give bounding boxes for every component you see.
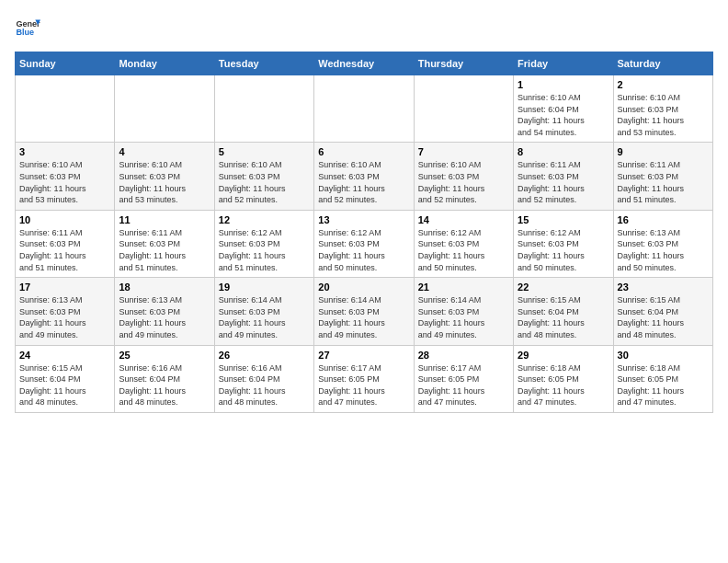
day-info: Sunrise: 6:15 AM Sunset: 6:04 PM Dayligh… [618,294,709,340]
calendar-week-row: 3Sunrise: 6:10 AM Sunset: 6:03 PM Daylig… [16,143,713,210]
day-number: 10 [19,214,110,225]
calendar-cell [414,75,513,143]
day-number: 7 [418,146,509,157]
day-info: Sunrise: 6:14 AM Sunset: 6:03 PM Dayligh… [318,294,409,340]
day-of-week-header: Wednesday [314,52,414,75]
day-info: Sunrise: 6:18 AM Sunset: 6:05 PM Dayligh… [618,362,709,408]
day-number: 17 [19,282,110,293]
day-of-week-header: Monday [115,52,214,75]
day-of-week-header: Friday [514,52,613,75]
day-info: Sunrise: 6:10 AM Sunset: 6:04 PM Dayligh… [518,92,609,138]
calendar-cell: 28Sunrise: 6:17 AM Sunset: 6:05 PM Dayli… [414,345,513,412]
day-number: 16 [618,214,709,225]
day-number: 5 [219,146,310,157]
calendar-cell: 14Sunrise: 6:12 AM Sunset: 6:03 PM Dayli… [414,210,513,277]
day-info: Sunrise: 6:11 AM Sunset: 6:03 PM Dayligh… [119,227,210,273]
day-info: Sunrise: 6:12 AM Sunset: 6:03 PM Dayligh… [418,227,509,273]
day-number: 21 [418,282,509,293]
calendar-table: SundayMondayTuesdayWednesdayThursdayFrid… [15,52,713,413]
calendar-cell: 6Sunrise: 6:10 AM Sunset: 6:03 PM Daylig… [314,143,414,210]
day-info: Sunrise: 6:12 AM Sunset: 6:03 PM Dayligh… [318,227,409,273]
day-number: 4 [119,146,210,157]
calendar-cell: 5Sunrise: 6:10 AM Sunset: 6:03 PM Daylig… [214,143,313,210]
day-info: Sunrise: 6:13 AM Sunset: 6:03 PM Dayligh… [618,227,709,273]
logo: General Blue [15,15,40,40]
calendar-cell: 10Sunrise: 6:11 AM Sunset: 6:03 PM Dayli… [16,210,115,277]
calendar-cell: 8Sunrise: 6:11 AM Sunset: 6:03 PM Daylig… [514,143,613,210]
day-info: Sunrise: 6:15 AM Sunset: 6:04 PM Dayligh… [19,362,110,408]
day-info: Sunrise: 6:18 AM Sunset: 6:05 PM Dayligh… [518,362,609,408]
day-info: Sunrise: 6:11 AM Sunset: 6:03 PM Dayligh… [19,227,110,273]
day-number: 13 [318,214,409,225]
calendar-cell: 22Sunrise: 6:15 AM Sunset: 6:04 PM Dayli… [514,278,613,345]
calendar-cell: 17Sunrise: 6:13 AM Sunset: 6:03 PM Dayli… [16,278,115,345]
calendar-cell: 13Sunrise: 6:12 AM Sunset: 6:03 PM Dayli… [314,210,414,277]
day-of-week-header: Saturday [613,52,712,75]
day-info: Sunrise: 6:16 AM Sunset: 6:04 PM Dayligh… [119,362,210,408]
day-of-week-header: Tuesday [214,52,313,75]
calendar-cell: 21Sunrise: 6:14 AM Sunset: 6:03 PM Dayli… [414,278,513,345]
calendar-cell: 2Sunrise: 6:10 AM Sunset: 6:03 PM Daylig… [613,75,712,143]
day-number: 6 [318,146,409,157]
day-number: 23 [618,282,709,293]
day-number: 26 [219,350,310,361]
day-info: Sunrise: 6:13 AM Sunset: 6:03 PM Dayligh… [119,294,210,340]
day-number: 2 [618,79,709,90]
day-number: 1 [518,79,609,90]
calendar-cell: 3Sunrise: 6:10 AM Sunset: 6:03 PM Daylig… [16,143,115,210]
day-info: Sunrise: 6:10 AM Sunset: 6:03 PM Dayligh… [219,159,310,205]
day-number: 15 [518,214,609,225]
svg-text:Blue: Blue [16,28,34,37]
calendar-week-row: 17Sunrise: 6:13 AM Sunset: 6:03 PM Dayli… [16,278,713,345]
calendar-week-row: 1Sunrise: 6:10 AM Sunset: 6:04 PM Daylig… [16,75,713,143]
calendar-cell [314,75,414,143]
day-of-week-header: Thursday [414,52,513,75]
day-info: Sunrise: 6:12 AM Sunset: 6:03 PM Dayligh… [219,227,310,273]
day-info: Sunrise: 6:10 AM Sunset: 6:03 PM Dayligh… [318,159,409,205]
day-info: Sunrise: 6:10 AM Sunset: 6:03 PM Dayligh… [19,159,110,205]
day-number: 8 [518,146,609,157]
day-number: 29 [518,350,609,361]
calendar-cell: 23Sunrise: 6:15 AM Sunset: 6:04 PM Dayli… [613,278,712,345]
calendar-cell: 26Sunrise: 6:16 AM Sunset: 6:04 PM Dayli… [214,345,313,412]
calendar-cell [16,75,115,143]
calendar-cell: 18Sunrise: 6:13 AM Sunset: 6:03 PM Dayli… [115,278,214,345]
day-number: 30 [618,350,709,361]
calendar-cell: 11Sunrise: 6:11 AM Sunset: 6:03 PM Dayli… [115,210,214,277]
calendar-cell: 12Sunrise: 6:12 AM Sunset: 6:03 PM Dayli… [214,210,313,277]
calendar-cell: 30Sunrise: 6:18 AM Sunset: 6:05 PM Dayli… [613,345,712,412]
calendar-cell: 9Sunrise: 6:11 AM Sunset: 6:03 PM Daylig… [613,143,712,210]
day-info: Sunrise: 6:11 AM Sunset: 6:03 PM Dayligh… [618,159,709,205]
day-info: Sunrise: 6:10 AM Sunset: 6:03 PM Dayligh… [618,92,709,138]
day-info: Sunrise: 6:17 AM Sunset: 6:05 PM Dayligh… [418,362,509,408]
page-header: General Blue [15,15,713,40]
day-info: Sunrise: 6:17 AM Sunset: 6:05 PM Dayligh… [318,362,409,408]
calendar-cell: 19Sunrise: 6:14 AM Sunset: 6:03 PM Dayli… [214,278,313,345]
calendar-cell: 7Sunrise: 6:10 AM Sunset: 6:03 PM Daylig… [414,143,513,210]
calendar-cell: 15Sunrise: 6:12 AM Sunset: 6:03 PM Dayli… [514,210,613,277]
calendar-cell: 29Sunrise: 6:18 AM Sunset: 6:05 PM Dayli… [514,345,613,412]
calendar-cell: 20Sunrise: 6:14 AM Sunset: 6:03 PM Dayli… [314,278,414,345]
day-info: Sunrise: 6:12 AM Sunset: 6:03 PM Dayligh… [518,227,609,273]
day-info: Sunrise: 6:14 AM Sunset: 6:03 PM Dayligh… [418,294,509,340]
logo-icon: General Blue [15,15,40,40]
day-number: 24 [19,350,110,361]
calendar-week-row: 10Sunrise: 6:11 AM Sunset: 6:03 PM Dayli… [16,210,713,277]
day-number: 27 [318,350,409,361]
day-number: 9 [618,146,709,157]
day-info: Sunrise: 6:16 AM Sunset: 6:04 PM Dayligh… [219,362,310,408]
calendar-cell: 16Sunrise: 6:13 AM Sunset: 6:03 PM Dayli… [613,210,712,277]
day-info: Sunrise: 6:10 AM Sunset: 6:03 PM Dayligh… [418,159,509,205]
day-info: Sunrise: 6:10 AM Sunset: 6:03 PM Dayligh… [119,159,210,205]
day-of-week-header: Sunday [16,52,115,75]
day-info: Sunrise: 6:13 AM Sunset: 6:03 PM Dayligh… [19,294,110,340]
calendar-week-row: 24Sunrise: 6:15 AM Sunset: 6:04 PM Dayli… [16,345,713,412]
day-number: 12 [219,214,310,225]
day-number: 18 [119,282,210,293]
calendar-header: SundayMondayTuesdayWednesdayThursdayFrid… [16,52,713,75]
day-number: 20 [318,282,409,293]
day-number: 25 [119,350,210,361]
calendar-cell: 1Sunrise: 6:10 AM Sunset: 6:04 PM Daylig… [514,75,613,143]
day-info: Sunrise: 6:11 AM Sunset: 6:03 PM Dayligh… [518,159,609,205]
calendar-cell: 27Sunrise: 6:17 AM Sunset: 6:05 PM Dayli… [314,345,414,412]
